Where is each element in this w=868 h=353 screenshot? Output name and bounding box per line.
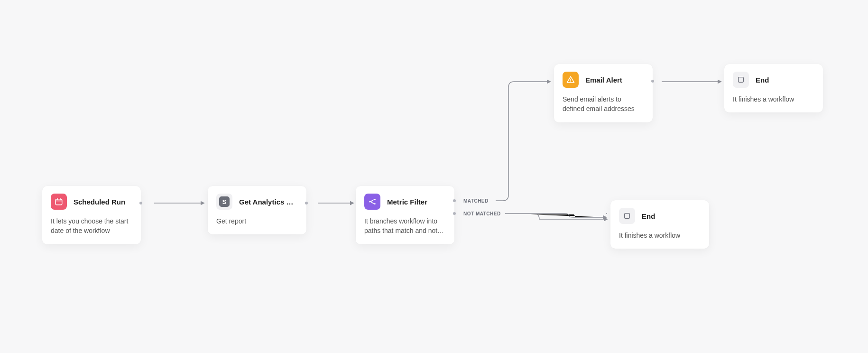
node-description: It finishes a workflow (619, 231, 701, 240)
end-icon (619, 208, 635, 224)
node-scheduled-run[interactable]: Scheduled Run It lets you choose the sta… (42, 186, 141, 244)
end-icon (733, 72, 749, 88)
output-port[interactable] (305, 202, 308, 204)
svg-rect-6 (625, 214, 630, 219)
node-metric-filter[interactable]: Metric Filter It branches workflow into … (356, 186, 454, 244)
node-title: Metric Filter (387, 198, 446, 206)
output-port[interactable] (139, 202, 142, 204)
node-description: Get report (216, 216, 298, 226)
node-description: It lets you choose the start date of the… (51, 216, 132, 236)
node-title: End (642, 212, 701, 220)
output-port[interactable] (651, 80, 654, 83)
node-title: Get Analytics R… (239, 198, 298, 206)
branch-label-matched: MATCHED (463, 198, 489, 204)
branch-icon (364, 194, 380, 210)
node-title: End (756, 76, 814, 84)
svg-point-2 (374, 199, 376, 200)
alert-icon (563, 72, 579, 88)
workflow-canvas[interactable]: Scheduled Run It lets you choose the sta… (0, 0, 868, 353)
calendar-icon (51, 194, 67, 210)
node-title: Email Alert (585, 76, 644, 84)
output-port-matched[interactable] (453, 199, 456, 202)
node-title: Scheduled Run (74, 198, 132, 206)
node-end-bottom[interactable]: End It finishes a workflow (610, 200, 709, 249)
node-description: It finishes a workflow (733, 94, 814, 104)
svg-rect-0 (55, 199, 62, 205)
svg-point-3 (374, 203, 376, 204)
svg-rect-5 (739, 77, 744, 83)
output-port-not-matched[interactable] (453, 212, 456, 215)
connectors-layer-2 (0, 0, 868, 353)
node-description: It branches workflow into paths that mat… (364, 216, 446, 236)
branch-label-not-matched: NOT MATCHED (463, 211, 501, 216)
connectors-layer (0, 0, 868, 353)
node-get-analytics[interactable]: S Get Analytics R… Get report (208, 186, 306, 234)
node-email-alert[interactable]: Email Alert Send email alerts to defined… (554, 64, 653, 122)
svg-point-4 (570, 81, 571, 82)
node-description: Send email alerts to defined email addre… (563, 94, 644, 114)
node-end-top[interactable]: End It finishes a workflow (724, 64, 823, 112)
source-icon: S (216, 194, 232, 210)
